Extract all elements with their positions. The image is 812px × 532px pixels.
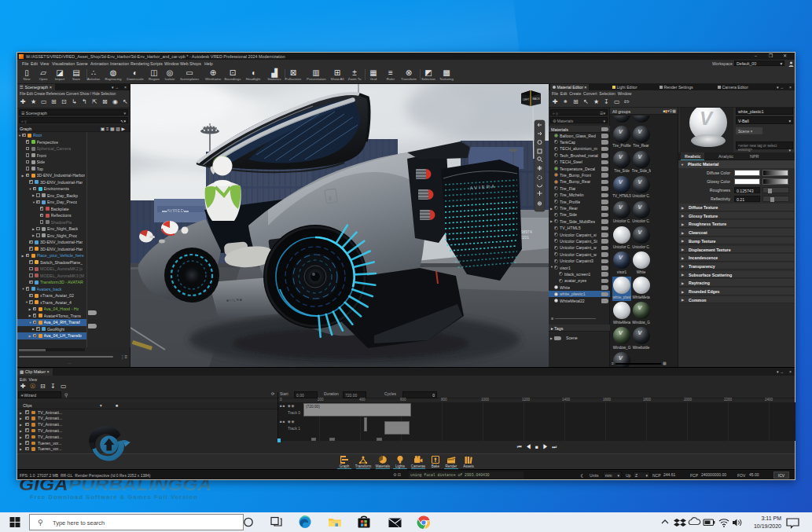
svg-text:2201: 2201 [520, 235, 529, 240]
svg-text:▬AVIRED▬: ▬AVIRED▬ [162, 208, 189, 213]
svg-text:BACK: BACK [533, 97, 541, 101]
svg-text:LEFT: LEFT [523, 98, 529, 101]
